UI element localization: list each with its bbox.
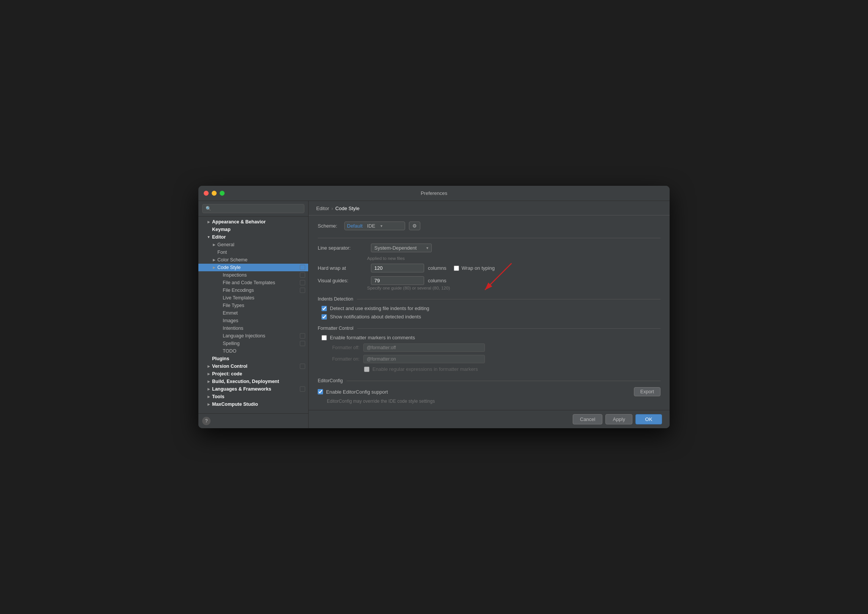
sidebar-item-general[interactable]: ▶ General	[198, 241, 308, 248]
sidebar-item-project-code[interactable]: ▶ Project: code	[198, 370, 308, 378]
ok-button[interactable]: OK	[635, 414, 662, 424]
hard-wrap-input[interactable]	[371, 264, 424, 272]
badge-icon	[300, 288, 305, 293]
arrow-icon	[217, 310, 222, 316]
sidebar-item-file-code-templates[interactable]: File and Code Templates	[198, 279, 308, 286]
sidebar-item-live-templates[interactable]: Live Templates	[198, 294, 308, 302]
show-notifications-checkbox[interactable]	[322, 314, 327, 320]
arrow-icon	[211, 250, 217, 255]
sidebar-item-plugins[interactable]: Plugins	[198, 355, 308, 362]
enable-formatter-row: Enable formatter markers in comments	[322, 335, 661, 340]
preferences-window: Preferences ▶ Appearance & Behavior Keym…	[198, 186, 670, 428]
scheme-select[interactable]: Default IDE ▼	[344, 222, 405, 230]
sidebar-item-code-style[interactable]: ▶ Code Style	[198, 264, 308, 271]
apply-button[interactable]: Apply	[605, 414, 632, 424]
sidebar-item-font[interactable]: Font	[198, 248, 308, 256]
line-separator-select[interactable]: System-Dependent Unix (\n) Windows (\r\n…	[371, 244, 432, 252]
formatter-off-label: Formatter off:	[322, 345, 360, 350]
editor-config-title: EditorConfig	[318, 378, 343, 383]
footer: Cancel Apply OK	[309, 410, 670, 428]
enable-editor-config-label: Enable EditorConfig support	[326, 389, 388, 395]
badge-icon	[300, 364, 305, 369]
close-button[interactable]	[204, 191, 209, 196]
sidebar-item-images[interactable]: Images	[198, 317, 308, 324]
arrow-icon: ▶	[206, 219, 211, 225]
arrow-icon	[217, 333, 222, 339]
sidebar-item-keymap[interactable]: Keymap	[198, 226, 308, 233]
formatter-off-row: Formatter off:	[322, 343, 661, 352]
sidebar-item-color-scheme[interactable]: ▶ Color Scheme	[198, 256, 308, 264]
breadcrumb: Editor › Code Style	[316, 206, 360, 211]
editor-config-section-header: EditorConfig	[318, 378, 661, 383]
sidebar-item-emmet[interactable]: Emmet	[198, 309, 308, 317]
formatter-on-row: Formatter on:	[322, 355, 661, 363]
section-line	[357, 299, 661, 299]
arrow-icon	[217, 295, 222, 301]
sidebar-item-file-encodings[interactable]: File Encodings	[198, 286, 308, 294]
scheme-row: Scheme: Default IDE ▼ ⚙	[318, 222, 661, 230]
visual-guides-hint: Specify one guide (80) or several (80, 1…	[318, 286, 661, 290]
wrap-on-typing-label: Wrap on typing	[461, 265, 494, 271]
main-content: Editor › Code Style Scheme: Default IDE …	[309, 201, 670, 428]
show-notifications-row: Show notifications about detected indent…	[322, 314, 661, 320]
visual-guides-unit: columns	[428, 278, 446, 283]
search-bar	[198, 201, 308, 217]
enable-formatter-label: Enable formatter markers in comments	[330, 335, 415, 340]
help-button[interactable]: ?	[202, 417, 211, 425]
titlebar: Preferences	[198, 186, 670, 201]
visual-guides-row: Visual guides: columns	[318, 276, 661, 285]
section-line-2	[357, 328, 661, 329]
enable-editor-config-row: Enable EditorConfig support	[318, 389, 388, 395]
arrow-icon: ▶	[206, 364, 211, 369]
badge-icon	[300, 341, 305, 346]
formatter-on-input[interactable]	[363, 355, 485, 363]
sidebar-item-version-control[interactable]: ▶ Version Control	[198, 362, 308, 370]
cancel-button[interactable]: Cancel	[573, 414, 602, 424]
gear-button[interactable]: ⚙	[409, 222, 420, 230]
formatter-on-label: Formatter on:	[322, 356, 360, 362]
sidebar-item-language-injections[interactable]: Language Injections	[198, 332, 308, 340]
regex-row: Enable regular expressions in formatter …	[322, 366, 661, 372]
badge-icon	[300, 280, 305, 285]
badge-icon	[300, 265, 305, 270]
arrow-icon	[217, 348, 222, 354]
arrow-icon	[217, 341, 222, 346]
formatter-control-title: Formatter Control	[318, 326, 353, 331]
enable-editor-config-checkbox[interactable]	[318, 389, 323, 394]
detect-indents-checkbox[interactable]	[322, 306, 327, 311]
search-input[interactable]	[202, 204, 304, 213]
sidebar-item-languages[interactable]: ▶ Languages & Frameworks	[198, 385, 308, 393]
sidebar-item-editor[interactable]: ▼ Editor	[198, 233, 308, 241]
sidebar-item-appearance[interactable]: ▶ Appearance & Behavior	[198, 218, 308, 226]
arrow-icon	[217, 280, 222, 285]
sidebar-item-maxcompute[interactable]: ▶ MaxCompute Studio	[198, 400, 308, 408]
line-separator-label: Line separator:	[318, 245, 367, 251]
arrow-icon	[217, 303, 222, 308]
visual-guides-input[interactable]	[371, 276, 424, 285]
minimize-button[interactable]	[212, 191, 217, 196]
sidebar-item-spelling[interactable]: Spelling	[198, 340, 308, 347]
formatter-off-input[interactable]	[363, 343, 485, 352]
content-area: ▶ Appearance & Behavior Keymap ▼ Editor …	[198, 201, 670, 428]
scheme-default-text: Default	[347, 223, 363, 229]
enable-formatter-checkbox[interactable]	[322, 335, 327, 340]
line-separator-hint: Applied to new files	[318, 256, 661, 261]
arrow-icon	[217, 326, 222, 331]
arrow-icon: ▶	[211, 242, 217, 247]
wrap-on-typing-checkbox[interactable]	[454, 266, 459, 271]
export-button[interactable]: Export	[634, 387, 661, 396]
main-body: Scheme: Default IDE ▼ ⚙ Line separator:	[309, 215, 670, 410]
formatter-fields-group: Formatter off: Formatter on: Enable regu…	[318, 343, 661, 372]
arrow-icon: ▶	[206, 386, 211, 392]
sidebar-item-inspections[interactable]: Inspections	[198, 271, 308, 279]
detect-indents-label: Detect and use existing file indents for…	[330, 305, 429, 311]
maximize-button[interactable]	[220, 191, 225, 196]
sidebar-item-build-exec[interactable]: ▶ Build, Execution, Deployment	[198, 378, 308, 385]
sidebar-item-intentions[interactable]: Intentions	[198, 324, 308, 332]
arrow-icon: ▶	[211, 265, 217, 270]
breadcrumb-separator: ›	[331, 206, 333, 211]
regex-checkbox[interactable]	[364, 367, 369, 372]
sidebar-item-tools[interactable]: ▶ Tools	[198, 393, 308, 400]
sidebar-item-todo[interactable]: TODO	[198, 347, 308, 355]
sidebar-item-file-types[interactable]: File Types	[198, 302, 308, 309]
